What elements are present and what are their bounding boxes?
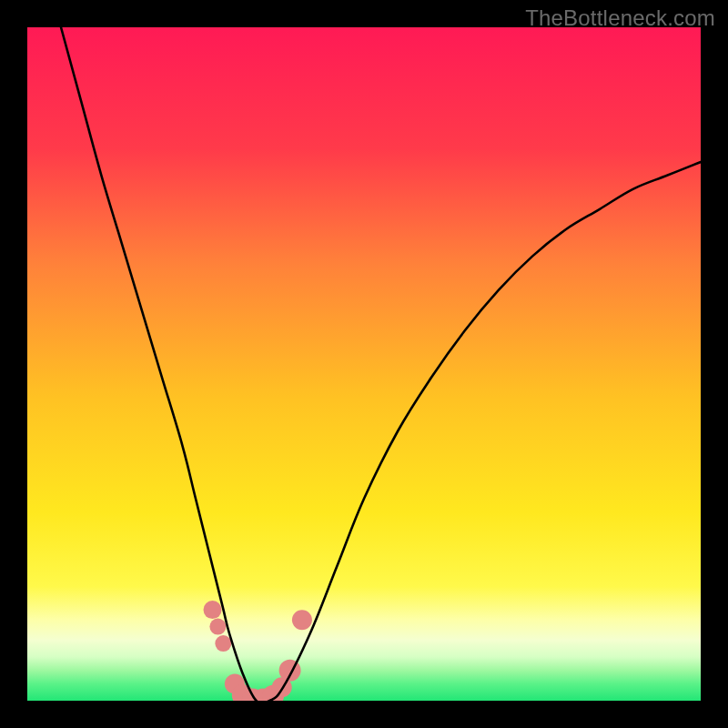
chart-frame: TheBottleneck.com <box>0 0 728 728</box>
marker-point <box>292 610 312 630</box>
chart-svg <box>27 27 701 701</box>
gradient-background <box>27 27 701 701</box>
plot-area <box>27 27 701 701</box>
marker-point <box>204 601 222 619</box>
marker-point <box>215 635 231 652</box>
watermark-text: TheBottleneck.com <box>525 5 715 31</box>
marker-point <box>209 619 226 635</box>
